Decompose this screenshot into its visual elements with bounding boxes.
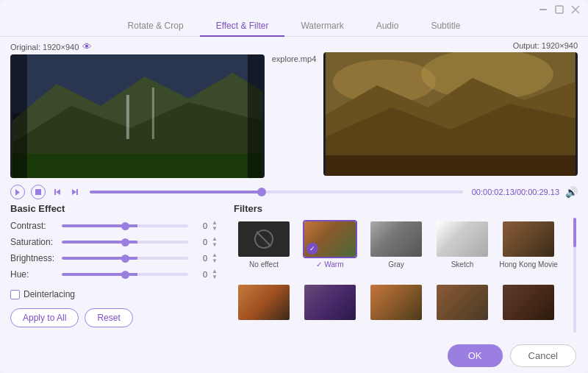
svg-marker-22 <box>15 189 20 196</box>
filter-warm[interactable]: ✓ ✓ Warm <box>300 220 360 277</box>
brightness-slider[interactable] <box>62 257 188 260</box>
svg-marker-26 <box>72 189 76 195</box>
svg-line-29 <box>257 232 271 246</box>
filters-title: Filters <box>234 203 562 214</box>
hue-value: 0 <box>193 270 207 279</box>
contrast-row: Contrast: 0 ▲▼ <box>10 220 222 232</box>
output-video-container <box>323 52 578 176</box>
original-video-container <box>10 54 265 178</box>
scrollbar[interactable] <box>573 218 578 333</box>
selected-check-icon: ✓ <box>306 243 318 255</box>
deinterlacing-label: Deinterlacing <box>24 289 75 299</box>
tab-watermark[interactable]: Watermark <box>284 16 359 37</box>
saturation-label: Saturation: <box>10 237 57 247</box>
basic-effect-title: Basic Effect <box>10 203 222 214</box>
eye-icon[interactable]: 👁 <box>82 41 92 52</box>
next-frame-button[interactable] <box>69 186 81 198</box>
hue-spinner[interactable]: ▲▼ <box>212 269 222 280</box>
title-bar <box>0 0 588 16</box>
svg-rect-23 <box>35 189 41 195</box>
tab-audio[interactable]: Audio <box>360 16 415 37</box>
svg-rect-9 <box>126 95 129 139</box>
video-preview-row: Original: 1920×940 👁 <box>0 37 588 181</box>
timeline-fill <box>90 191 262 193</box>
prev-frame-button[interactable] <box>51 186 63 198</box>
filter-thumb-warm: ✓ <box>303 220 357 258</box>
svg-rect-1 <box>556 6 563 13</box>
contrast-spinner[interactable]: ▲▼ <box>212 220 222 232</box>
maximize-button[interactable] <box>554 4 564 15</box>
filter-gray[interactable]: Gray <box>366 220 426 277</box>
deinterlacing-checkbox[interactable] <box>10 290 20 299</box>
filter-thumb-hongkong <box>501 220 556 258</box>
filter-thumb-noeffect <box>237 220 291 258</box>
svg-rect-21 <box>326 52 576 176</box>
saturation-row: Saturation: 0 ▲▼ <box>10 236 222 248</box>
cancel-button[interactable]: Cancel <box>510 344 576 367</box>
deinterlacing-row: Deinterlacing <box>10 289 222 299</box>
svg-rect-27 <box>76 189 78 195</box>
tab-rotate-crop[interactable]: Rotate & Crop <box>112 16 200 37</box>
filter-r4[interactable] <box>366 283 426 333</box>
output-label: Output: 1920×940 <box>323 41 578 50</box>
filter-name-hongkong: Hong Kong Movie <box>499 260 558 269</box>
original-label: Original: 1920×940 👁 <box>10 41 265 52</box>
tab-bar: Rotate & Crop Effect & Filter Watermark … <box>0 16 588 37</box>
timeline-thumb <box>257 188 266 196</box>
filter-thumb-r3 <box>303 283 357 322</box>
time-display: 00:00:02.13/00:00:29.13 <box>472 188 559 196</box>
filter-sketch[interactable]: Sketch <box>432 220 492 277</box>
playback-controls: 00:00:02.13/00:00:29.13 🔊 <box>0 181 588 203</box>
main-content: Basic Effect Contrast: 0 ▲▼ Saturation: … <box>0 203 588 338</box>
filter-name-warm: ✓ Warm <box>316 260 343 269</box>
brightness-value: 0 <box>193 254 207 263</box>
contrast-slider[interactable] <box>62 224 188 227</box>
filter-name-gray: Gray <box>388 260 404 269</box>
filter-name-sketch: Sketch <box>451 260 474 269</box>
apply-to-all-button[interactable]: Apply to All <box>10 308 79 327</box>
saturation-spinner[interactable]: ▲▼ <box>212 236 222 248</box>
svg-rect-0 <box>539 9 547 10</box>
stop-button[interactable] <box>31 185 46 199</box>
minimize-button[interactable] <box>538 4 548 15</box>
filter-r6[interactable] <box>498 283 559 333</box>
filters-grid: No effect ✓ ✓ Warm Gray <box>234 220 562 333</box>
ok-button[interactable]: OK <box>448 344 503 367</box>
close-button[interactable] <box>570 4 581 15</box>
brightness-row: Brightness: 0 ▲▼ <box>10 252 222 264</box>
filter-thumb-r5 <box>435 283 490 322</box>
brightness-spinner[interactable]: ▲▼ <box>212 252 222 264</box>
saturation-value: 0 <box>193 238 207 246</box>
output-video-panel: Output: 1920×940 <box>323 41 578 176</box>
svg-rect-25 <box>54 189 56 195</box>
filter-thumb-r2 <box>237 283 291 322</box>
svg-rect-8 <box>12 154 262 178</box>
filter-r5[interactable] <box>432 283 492 333</box>
play-button[interactable] <box>10 185 25 199</box>
filter-thumb-sketch <box>435 220 490 258</box>
filter-r2[interactable] <box>234 283 294 333</box>
tab-effect-filter[interactable]: Effect & Filter <box>200 16 285 37</box>
filter-thumb-gray <box>369 220 423 258</box>
filter-name-noeffect: No effect <box>249 260 279 269</box>
tab-subtitle[interactable]: Subtitle <box>415 16 476 37</box>
volume-icon[interactable]: 🔊 <box>565 186 578 198</box>
filter-hongkong[interactable]: Hong Kong Movie <box>498 220 559 277</box>
reset-button[interactable]: Reset <box>85 308 132 327</box>
filters-panel: Filters No effect ✓ <box>234 203 562 333</box>
footer: OK Cancel <box>0 338 588 373</box>
timeline-track[interactable] <box>90 191 463 193</box>
saturation-slider[interactable] <box>62 241 188 244</box>
filter-r3[interactable] <box>300 283 360 333</box>
effect-buttons: Apply to All Reset <box>10 308 222 327</box>
main-window: Rotate & Crop Effect & Filter Watermark … <box>0 0 588 373</box>
filter-no-effect[interactable]: No effect <box>234 220 294 277</box>
svg-rect-10 <box>152 88 154 139</box>
hue-label: Hue: <box>10 269 57 280</box>
brightness-label: Brightness: <box>10 253 57 263</box>
svg-rect-12 <box>12 54 27 178</box>
basic-effect-panel: Basic Effect Contrast: 0 ▲▼ Saturation: … <box>10 203 222 333</box>
svg-rect-13 <box>248 54 262 178</box>
contrast-value: 0 <box>193 221 207 230</box>
hue-slider[interactable] <box>62 273 188 276</box>
